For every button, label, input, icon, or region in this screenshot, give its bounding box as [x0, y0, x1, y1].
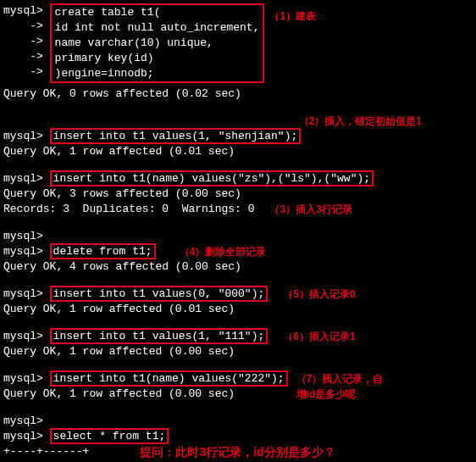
delete-box: delete from t1; [50, 243, 156, 259]
mysql-prompt: mysql> [3, 430, 50, 443]
cont-4: -> [3, 64, 50, 80]
create-table-box: create table t1(id int not null auto_inc… [50, 3, 265, 83]
annotation-5: （5）插入记录0 [268, 287, 355, 302]
insert-000-box: insert into t1 values(0, "000"); [50, 286, 268, 302]
annotation-2: （2）插入，锚定初始值是1 [3, 114, 473, 129]
mysql-prompt: mysql> [3, 130, 50, 142]
select-box: select * from t1; [50, 428, 169, 444]
question-text: 提问：此时3行记录，id分别是多少？ [89, 444, 335, 459]
query-ok-1: Query OK, 1 row affected (0.01 sec) [3, 144, 473, 159]
cont-1: -> [3, 19, 50, 34]
query-ok-3: Query OK, 3 rows affected (0.00 sec) [3, 186, 473, 202]
query-ok-00a: Query OK, 1 row affected (0.00 sec) [3, 344, 473, 359]
cont-3: -> [3, 49, 50, 64]
annotation-3: （3）插入3行记录 [254, 202, 351, 217]
annotation-1: （1）建表 [264, 3, 316, 24]
records-3: Records: 3 Duplicates: 0 Warnings: 0 [3, 202, 254, 217]
create-l3: name varchar(10) unique, [55, 36, 213, 49]
cont-2: -> [3, 34, 50, 49]
mysql-prompt: mysql> [3, 372, 50, 385]
create-l1: create table t1( [55, 6, 161, 19]
insert-222-box: insert into t1(name) values("222"); [50, 370, 288, 387]
mysql-prompt: mysql> [3, 245, 50, 258]
create-l5: )engine=innodb; [55, 67, 154, 80]
insert-1-box: insert into t1 values(1, "shenjian"); [50, 128, 302, 144]
annotation-7a: （7）插入记录，自 [296, 371, 384, 387]
annotation-6: （6）插入记录1 [268, 329, 355, 344]
query-ok-0: Query OK, 0 rows affected (0.02 sec) [3, 86, 473, 102]
mysql-prompt: mysql> [3, 172, 50, 185]
insert-111-box: insert into t1 values(1, "111"); [50, 328, 268, 344]
annotation-4: （4）删除全部记录 [156, 244, 267, 259]
annotation-7b: 增id是多少呢 [296, 387, 384, 402]
mysql-prompt: mysql> [3, 287, 50, 300]
table-border-top: +----+------+ [3, 444, 89, 459]
create-l2: id int not null auto_increment, [55, 21, 260, 34]
query-ok-00b: Query OK, 1 row affected (0.00 sec) [3, 387, 288, 402]
query-ok-01: Query OK, 1 row affected (0.01 sec) [3, 302, 473, 317]
mysql-prompt: mysql> [3, 4, 50, 17]
query-ok-4: Query OK, 4 rows affected (0.00 sec) [3, 259, 473, 275]
mysql-prompt: mysql> [3, 414, 473, 429]
insert-2-box: insert into t1(name) values("zs"),("ls")… [50, 170, 374, 186]
create-l4: primary key(id) [55, 52, 154, 64]
mysql-prompt: mysql> [3, 229, 473, 244]
mysql-prompt: mysql> [3, 330, 50, 342]
